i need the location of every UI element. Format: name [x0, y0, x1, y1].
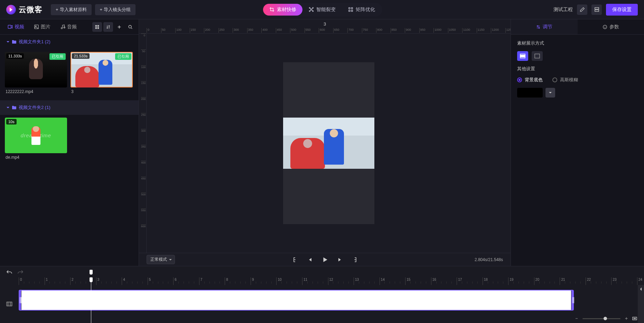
thumbnail-name: 3 [71, 87, 133, 94]
svg-rect-9 [595, 8, 598, 9]
zoom-fit-button[interactable] [632, 316, 637, 321]
tile-view-button[interactable] [92, 22, 102, 32]
color-swatch[interactable] [517, 88, 543, 98]
tab-audio[interactable]: 音频 [56, 22, 81, 32]
svg-rect-16 [95, 25, 97, 26]
svg-point-0 [310, 9, 312, 10]
playhead[interactable] [91, 285, 91, 323]
mark-out-button[interactable] [352, 257, 358, 263]
prev-frame-button[interactable] [307, 257, 313, 263]
zoom-slider[interactable] [582, 318, 620, 319]
layout-toggle-button[interactable] [591, 4, 602, 15]
folder-icon [12, 40, 17, 44]
color-dropdown[interactable] [545, 88, 555, 98]
audio-icon [60, 24, 65, 29]
timeline-track[interactable] [19, 285, 637, 323]
step-fwd-icon [338, 257, 343, 262]
radio-dot-icon [552, 77, 557, 82]
timeline-collapse-button[interactable] [638, 285, 644, 323]
radio-bg-color[interactable]: 背景底色 [517, 77, 543, 83]
plus-icon: + [100, 7, 103, 12]
display-fit-option[interactable] [517, 51, 528, 61]
ruler-vertical: 050100150200250300350400450500550600 [139, 34, 147, 253]
duration-badge: 10s [6, 119, 17, 124]
tab-video[interactable]: 视频 [3, 22, 28, 32]
folder-list: 视频文件夹1 (2)11.333s已引用12222222.mp421.533s已… [0, 35, 139, 266]
next-frame-button[interactable] [337, 257, 343, 263]
svg-rect-8 [351, 10, 353, 11]
timeline-clip[interactable] [19, 290, 574, 311]
radio-gaussian-blur[interactable]: 高斯模糊 [552, 77, 578, 83]
svg-rect-5 [348, 8, 350, 9]
canvas-panel: 3 05010015020025030035040045050055060065… [139, 19, 511, 266]
tab-matrix-optimize[interactable]: 矩阵优化 [342, 4, 381, 16]
zoom-out-button[interactable]: － [574, 315, 579, 322]
import-material-button[interactable]: + 导入素材原料 [51, 4, 92, 15]
search-asset-button[interactable] [125, 22, 135, 32]
tab-smart-fission[interactable]: 智能裂变 [302, 4, 342, 16]
radio-label: 背景底色 [525, 77, 543, 83]
folder-header[interactable]: 视频文件夹2 (1) [0, 100, 139, 115]
video-icon [8, 24, 13, 29]
sort-button[interactable] [103, 22, 113, 32]
svg-rect-17 [97, 25, 99, 26]
radio-dot-icon [517, 77, 522, 82]
chevron-down-icon [6, 40, 10, 44]
tab-adjust[interactable]: 调节 [511, 19, 578, 34]
asset-thumbnail[interactable]: 11.333s已引用12222222.mp4 [5, 52, 67, 94]
asset-thumbnail[interactable]: 10sdreamstimede.mp4 [5, 118, 67, 160]
tab-label: 智能裂变 [316, 7, 336, 13]
canvas-area[interactable] [147, 34, 511, 253]
zoom-in-button[interactable]: ＋ [624, 315, 629, 322]
time-display: 2.804s/21.548s [475, 257, 503, 262]
preview-mode-select[interactable]: 正常模式 [147, 255, 175, 264]
tab-label: 参数 [609, 24, 619, 30]
tab-label: 素材快修 [277, 7, 296, 13]
asset-thumbnail[interactable]: 21.533s已引用3 [71, 52, 133, 94]
svg-rect-26 [535, 54, 540, 58]
folder-name: 视频文件夹1 (2) [19, 39, 50, 45]
add-asset-button[interactable] [114, 22, 124, 32]
import-material-label: 导入素材原料 [60, 7, 87, 13]
edit-project-button[interactable] [577, 4, 587, 15]
project-name: 测试工程 [553, 7, 573, 13]
svg-rect-10 [595, 10, 598, 11]
tab-material-quickfix[interactable]: 素材快修 [263, 4, 302, 16]
import-shots-label: 导入镜头分组 [104, 7, 131, 13]
tab-image[interactable]: 图片 [30, 22, 55, 32]
fill-icon [534, 54, 540, 58]
tab-label: 矩阵优化 [356, 7, 375, 13]
undo-icon [6, 269, 12, 274]
ruler-horizontal: 0501001502002503003504004505005506006507… [139, 27, 511, 34]
svg-rect-7 [348, 10, 350, 11]
folder-header[interactable]: 视频文件夹1 (2) [0, 35, 139, 49]
clip-handle-right[interactable] [571, 290, 574, 310]
video-track-icon [6, 301, 12, 307]
svg-rect-27 [7, 302, 12, 306]
info-icon [603, 25, 607, 29]
play-button[interactable] [322, 257, 328, 263]
save-label: 保存设置 [612, 7, 632, 12]
app-logo: 云微客 [6, 4, 43, 15]
section-display-mode: 素材展示方式 [517, 40, 638, 46]
artboard[interactable] [283, 62, 374, 224]
timeline-ruler[interactable]: 0123456789101112131415161718192021222324 [19, 277, 637, 285]
save-settings-button[interactable]: 保存设置 [606, 4, 638, 16]
asset-type-tabs: 视频 图片 音频 [0, 19, 139, 35]
preview-controls: 正常模式 2.804s/21.548s [139, 253, 511, 266]
asset-panel: 视频 图片 音频 视频文件夹1 (2)11.3 [0, 19, 139, 266]
zoom-thumb[interactable] [604, 317, 607, 320]
thumbnail-name: 12222222.mp4 [5, 87, 67, 94]
sliders-icon [536, 25, 541, 29]
tab-label: 音频 [67, 24, 77, 30]
clip-handle-left[interactable] [19, 290, 21, 310]
undo-button[interactable] [6, 269, 12, 274]
display-fill-option[interactable] [532, 51, 543, 61]
mark-in-button[interactable] [291, 257, 298, 263]
crop-icon [269, 7, 274, 12]
import-shots-button[interactable]: + 导入镜头分组 [95, 4, 136, 15]
inspector-tabs: 调节 参数 [511, 19, 644, 35]
tab-params[interactable]: 参数 [578, 19, 644, 34]
redo-button[interactable] [17, 269, 24, 274]
image-icon [34, 24, 39, 29]
